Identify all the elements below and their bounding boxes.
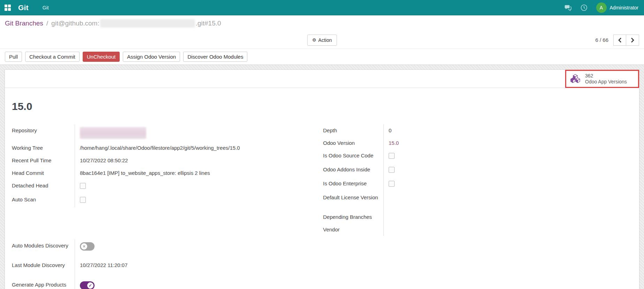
breadcrumb-current-suffix: .git#15.0	[196, 20, 221, 27]
last-module-discovery-value: 10/27/2022 11:20:07	[75, 259, 309, 279]
odoo-app-versions-stat-button[interactable]: 362 Odoo App Versions	[565, 70, 639, 88]
checkout-commit-button[interactable]: Checkout a Commit	[25, 52, 80, 62]
app-brand[interactable]: Git	[18, 3, 29, 12]
stat-button-value: 362	[585, 73, 627, 79]
field-label: Odoo Addons Inside	[323, 163, 383, 177]
field-row-last-module-discovery: Last Module Discovery 10/27/2022 11:20:0…	[12, 259, 309, 279]
field-row-vendor: Vendor	[323, 223, 473, 236]
nav-menu-git[interactable]: Git	[43, 5, 49, 10]
field-label: Last Module Discovery	[12, 259, 75, 279]
field-row-odoo-addons-inside: Odoo Addons Inside	[323, 163, 473, 177]
field-label: Detached Head	[12, 179, 75, 193]
pull-button[interactable]: Pull	[5, 52, 22, 62]
field-label: Vendor	[323, 223, 383, 236]
field-label: Default License Version	[323, 191, 383, 211]
apps-menu-icon[interactable]	[0, 0, 15, 15]
top-navbar: Git Git A Administrator	[0, 0, 644, 15]
field-row-repository: Repository	[12, 124, 309, 142]
field-label: Recent Pull Time	[12, 154, 75, 167]
button-box: 362 Odoo App Versions	[5, 70, 639, 88]
breadcrumb-parent-link[interactable]: Git Branches	[5, 20, 43, 27]
vendor-value	[383, 223, 473, 236]
chevron-left-icon	[617, 37, 622, 43]
field-group-left: Repository Working Tree /home/hang/.loca…	[12, 124, 309, 236]
head-commit-value: 8bac164e1 [IMP] to_website_apps_store: e…	[75, 167, 309, 179]
form-sheet: 362 Odoo App Versions 15.0 Repository Wo…	[5, 69, 639, 289]
field-row-default-license-version: Default License Version	[323, 191, 473, 211]
pager-previous-button[interactable]	[613, 35, 626, 46]
user-menu[interactable]: A Administrator	[596, 2, 638, 13]
auto-modules-discovery-toggle[interactable]: ×	[80, 242, 95, 251]
breadcrumb-separator: /	[46, 20, 48, 27]
field-label: Working Tree	[12, 142, 75, 154]
breadcrumb: Git Branches / git@github.com: .git#15.0	[0, 15, 644, 31]
working-tree-value: /home/hang/.local/share/Odoo/filestore/a…	[75, 142, 309, 154]
field-row-recent-pull-time: Recent Pull Time 10/27/2022 08:50:22	[12, 154, 309, 167]
gear-icon: ⚙	[312, 37, 316, 43]
content-background: 362 Odoo App Versions 15.0 Repository Wo…	[0, 65, 644, 289]
field-label: Depth	[323, 124, 383, 137]
field-row-generate-app-products: Generate App Products ✓	[12, 279, 309, 289]
field-label: Auto Modules Discovery	[12, 239, 75, 259]
generate-app-products-toggle[interactable]: ✓	[80, 281, 95, 289]
field-row-auto-scan: Auto Scan	[12, 193, 309, 207]
toggle-x-icon: ×	[81, 243, 87, 250]
field-label: Is Odoo Enterprise	[323, 177, 383, 191]
avatar: A	[596, 2, 607, 13]
field-row-auto-modules-discovery: Auto Modules Discovery ×	[12, 239, 309, 259]
field-row-depth: Depth 0	[323, 124, 473, 137]
action-button-label: Action	[318, 37, 332, 43]
field-row-is-odoo-source-code: Is Odoo Source Code	[323, 149, 473, 163]
detached-head-checkbox[interactable]	[80, 183, 86, 189]
discover-odoo-modules-button[interactable]: Discover Odoo Modules	[183, 52, 247, 62]
depending-branches-value	[383, 211, 473, 223]
field-group-bottom: Auto Modules Discovery × Last Module Dis…	[12, 239, 309, 289]
record-title: 15.0	[12, 101, 632, 112]
breadcrumb-current-prefix: git@github.com:	[51, 20, 99, 27]
field-label: Generate App Products	[12, 279, 75, 289]
field-row-is-odoo-enterprise: Is Odoo Enterprise	[323, 177, 473, 191]
control-panel: ⚙ Action 6 / 66	[0, 31, 644, 49]
assign-odoo-version-button[interactable]: Assign Odoo Version	[123, 52, 180, 62]
chevron-right-icon	[630, 37, 635, 43]
field-label: Auto Scan	[12, 193, 75, 207]
field-label: Depending Branches	[323, 211, 383, 223]
default-license-version-value	[383, 191, 473, 211]
action-button[interactable]: ⚙ Action	[307, 35, 337, 46]
field-row-head-commit: Head Commit 8bac164e1 [IMP] to_website_a…	[12, 167, 309, 179]
activities-clock-icon[interactable]	[580, 4, 588, 12]
field-label: Head Commit	[12, 167, 75, 179]
field-row-depending-branches: Depending Branches	[323, 211, 473, 223]
field-label: Odoo Version	[323, 137, 383, 149]
odoo-addons-inside-checkbox[interactable]	[389, 167, 395, 173]
depth-value: 0	[383, 124, 473, 137]
auto-scan-checkbox[interactable]	[80, 197, 86, 203]
recent-pull-time-value: 10/27/2022 08:50:22	[75, 154, 309, 167]
pager-next-button[interactable]	[626, 35, 639, 46]
repository-redacted-link[interactable]	[80, 127, 146, 139]
is-odoo-enterprise-checkbox[interactable]	[389, 181, 395, 187]
stat-button-label: Odoo App Versions	[585, 79, 627, 85]
uncheckout-button[interactable]: UnCheckout	[83, 52, 120, 62]
is-odoo-source-code-checkbox[interactable]	[389, 153, 395, 159]
form-statusbar: Pull Checkout a Commit UnCheckout Assign…	[0, 49, 644, 65]
odoo-app-cubes-icon	[570, 74, 581, 84]
user-name: Administrator	[610, 5, 638, 10]
field-row-working-tree: Working Tree /home/hang/.local/share/Odo…	[12, 142, 309, 154]
field-row-odoo-version: Odoo Version 15.0	[323, 137, 473, 149]
field-row-detached-head: Detached Head	[12, 179, 309, 193]
pager: 6 / 66	[595, 35, 639, 46]
pager-value[interactable]: 6 / 66	[595, 37, 608, 43]
field-group-right: Depth 0 Odoo Version 15.0 Is Odoo Source…	[323, 124, 473, 236]
breadcrumb-redacted-segment	[100, 19, 195, 28]
messages-icon[interactable]	[564, 4, 572, 12]
odoo-version-link[interactable]: 15.0	[389, 140, 399, 146]
field-label: Repository	[12, 124, 75, 142]
field-label: Is Odoo Source Code	[323, 149, 383, 163]
toggle-check-icon: ✓	[87, 282, 93, 289]
